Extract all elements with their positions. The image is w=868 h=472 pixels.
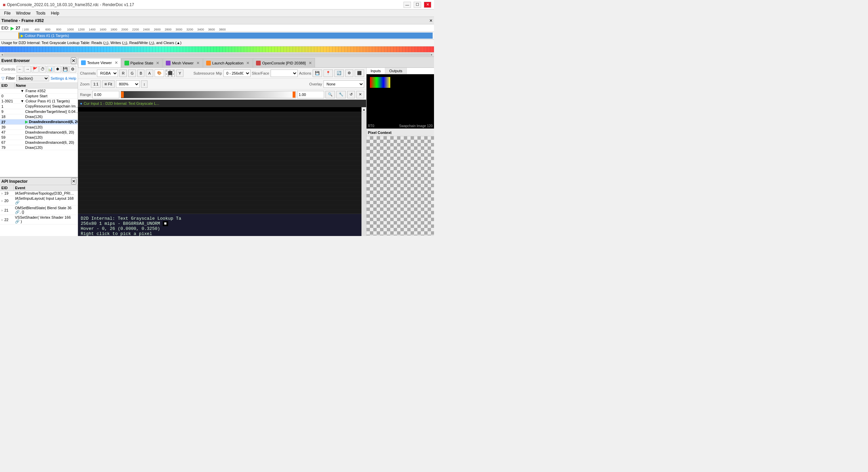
scroll-right-arrow[interactable]: ▸: [430, 53, 433, 56]
eid-cell: 27: [0, 119, 14, 125]
channel-a-button[interactable]: A: [146, 70, 153, 77]
eid-cell: 59: [0, 135, 14, 140]
tab-texture-viewer[interactable]: Texture Viewer ✕: [78, 58, 121, 67]
filter-select[interactable]: $action(): [16, 75, 50, 81]
api-inspector-title: API Inspector: [1, 179, 27, 184]
zoom-label: Zoom: [80, 82, 90, 86]
table-row[interactable]: ▼ Frame #352: [0, 88, 78, 94]
table-row[interactable]: 47 DrawIndexedInstanced(6, 20): [0, 130, 78, 135]
minimize-button[interactable]: —: [403, 2, 411, 8]
ctrl-stats-button[interactable]: 📊: [47, 66, 54, 73]
api-table-row[interactable]: › 21 OMSetBlendState( Blend State 36 🔗, …: [0, 205, 78, 215]
table-row[interactable]: 59 Draw(120): [0, 135, 78, 140]
mip-select[interactable]: 0 - 256x80: [223, 70, 251, 77]
table-row[interactable]: 18 Draw(126): [0, 114, 78, 119]
fit-button[interactable]: ⊞ Fit: [102, 80, 114, 88]
table-row[interactable]: 27 ▶ DrawIndexedInstanced(6, 20): [0, 119, 78, 125]
zoom-select[interactable]: 800%: [116, 80, 140, 88]
table-row[interactable]: 0 Capture Start: [0, 94, 78, 99]
pass-label: Colour Pass #1 (1 Targets): [25, 34, 69, 38]
menu-window[interactable]: Window: [13, 10, 33, 16]
range-handle[interactable]: [121, 92, 124, 98]
openconsole-tab-label: OpenConsole [PID 20388]: [262, 61, 305, 65]
range-reset-button[interactable]: ↺: [347, 91, 355, 98]
ctrl-gear-button[interactable]: ⚙: [70, 66, 76, 73]
range-handle-max[interactable]: [293, 92, 295, 98]
mesh-viewer-tab-close[interactable]: ✕: [196, 61, 200, 65]
api-event-cell: VSSetShader( Vertex Shader 166 🔗 ): [14, 215, 78, 224]
api-table-row[interactable]: › 22 VSSetShader( Vertex Shader 166 🔗 ): [0, 215, 78, 224]
eid-cell: 1-3921: [0, 99, 14, 104]
gamma-button[interactable]: Y: [176, 70, 183, 77]
range-slider[interactable]: [121, 91, 296, 98]
timeline-waves: [0, 46, 434, 53]
color-wheel-button[interactable]: 🎨: [155, 70, 164, 77]
tab-openconsole[interactable]: OpenConsole [PID 20388] ✕: [253, 58, 315, 67]
table-row[interactable]: 1 CopyResource( Swapchain Image 120 🔗, S…: [0, 104, 78, 109]
menu-tools[interactable]: Tools: [33, 10, 48, 16]
close-button[interactable]: ✕: [424, 2, 431, 8]
scroll-track[interactable]: [4, 53, 430, 56]
scroll-up-button[interactable]: ▲: [362, 107, 366, 112]
channels-select[interactable]: RGBA: [97, 70, 118, 77]
info-line3: Hover - 0, 26 (0.0000, 0.3250): [81, 226, 359, 231]
tab-pipeline-state[interactable]: Pipeline State ✕: [121, 58, 163, 67]
ctrl-timer-button[interactable]: ⏱: [39, 66, 46, 73]
tab-mesh-viewer[interactable]: Mesh Viewer ✕: [163, 58, 202, 67]
tv-scrollbar-v[interactable]: ▲ ▼: [361, 107, 366, 236]
range-max-input[interactable]: [297, 91, 324, 98]
pipeline-state-tab-close[interactable]: ✕: [156, 61, 159, 65]
tv-image-container[interactable]: [78, 107, 361, 214]
channel-g-button[interactable]: G: [128, 70, 136, 77]
api-inspector: API Inspector ✕ EID Event › 19 IASetPrim…: [0, 178, 78, 236]
timeline-ruler: EID: ▶ 27 | 100 400 600 800 1000 1200 14…: [0, 24, 434, 32]
openconsole-tab-close[interactable]: ✕: [309, 61, 312, 65]
eb-tree: EID Name ▼ Frame #352 0 Capture Start: [0, 83, 78, 177]
event-browser-close-button[interactable]: ✕: [71, 57, 76, 64]
overlay-select[interactable]: None: [323, 80, 364, 88]
ctrl-bookmark-button[interactable]: 🚩: [32, 66, 38, 73]
outputs-tab[interactable]: Outputs: [385, 68, 407, 74]
api-inspector-close-button[interactable]: ✕: [71, 178, 76, 184]
api-table-row[interactable]: › 19 IASetPrimitiveTopology(D3D_PRIMITIV…: [0, 191, 78, 196]
maximize-button[interactable]: ☐: [414, 2, 421, 8]
window-controls: — ☐ ✕: [403, 2, 431, 8]
api-table-row[interactable]: › 20 IASetInputLayout( Input Layout 168 …: [0, 196, 78, 205]
inputs-tab[interactable]: Inputs: [367, 68, 385, 74]
table-row[interactable]: 39 Draw(120): [0, 125, 78, 130]
action-locate-button[interactable]: 📍: [323, 70, 333, 77]
table-row[interactable]: 9 ClearRenderTargetView({ 0.04706, 0.047…: [0, 109, 78, 114]
slice-face-select[interactable]: [271, 70, 298, 77]
table-row[interactable]: 79 Draw(120): [0, 145, 78, 150]
ctrl-back-button[interactable]: ←: [17, 66, 23, 73]
channel-b-button[interactable]: B: [137, 70, 144, 77]
tab-launch-application[interactable]: Launch Application ✕: [203, 58, 253, 67]
name-cell: Draw(120): [14, 135, 78, 140]
menu-file[interactable]: File: [1, 10, 13, 16]
table-row[interactable]: 67 DrawIndexedInstanced(6, 20): [0, 140, 78, 145]
action-save-button[interactable]: 💾: [313, 70, 322, 77]
image-header-text: Cur Input 1 - D2D Internal: Text Graysca…: [84, 101, 159, 105]
range-search-button[interactable]: 🔍: [326, 91, 335, 98]
ctrl-save-button[interactable]: 💾: [62, 66, 68, 73]
timeline-scrollbar[interactable]: ◂ ▸: [0, 53, 434, 57]
range-min-input[interactable]: [92, 91, 119, 98]
action-expand-button[interactable]: ⬛: [355, 70, 364, 77]
menu-help[interactable]: Help: [48, 10, 62, 16]
table-row[interactable]: 1-3921 ▼ Colour Pass #1 (1 Targets): [0, 99, 78, 104]
settings-help-button[interactable]: Settings & Help: [51, 76, 76, 80]
ctrl-asterisk-button[interactable]: ✱: [54, 66, 61, 73]
range-close-button[interactable]: ✕: [356, 91, 364, 98]
timeline-close-button[interactable]: ✕: [429, 18, 433, 23]
texture-viewer-tab-close[interactable]: ✕: [115, 60, 118, 65]
action-reload-button[interactable]: 🔄: [334, 70, 344, 77]
ctrl-forward-button[interactable]: →: [24, 66, 31, 73]
zoom-1-1-button[interactable]: 1:1: [91, 80, 101, 88]
scroll-left-arrow[interactable]: ◂: [1, 53, 4, 56]
checkerboard-button[interactable]: ⬛: [165, 70, 175, 77]
zoom-toggle-button[interactable]: ↕: [141, 80, 148, 88]
range-pick-button[interactable]: 🔧: [336, 91, 346, 98]
channel-r-button[interactable]: R: [119, 70, 127, 77]
launch-application-tab-close[interactable]: ✕: [246, 61, 250, 65]
action-settings-button[interactable]: ⚙: [345, 70, 353, 77]
